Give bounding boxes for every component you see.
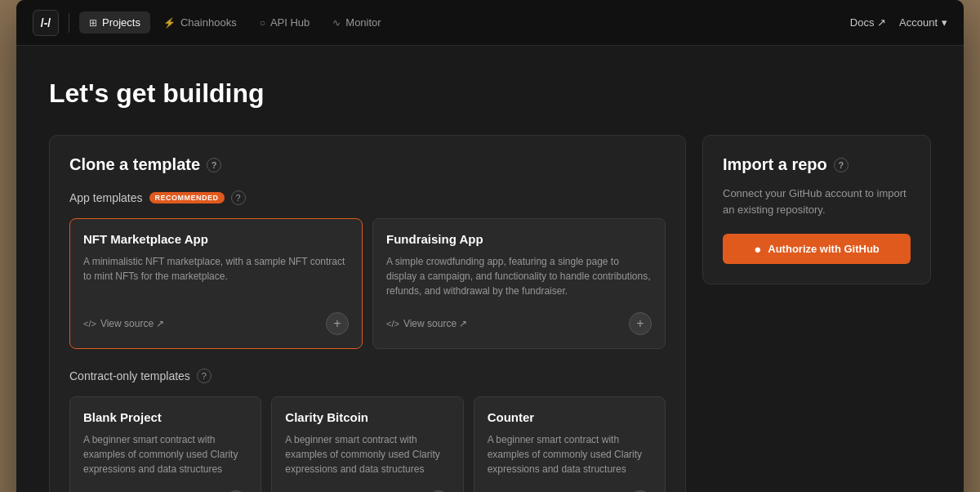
- import-title: Import a repo: [723, 155, 827, 174]
- content-area: Clone a template ? App templates RECOMME…: [49, 135, 931, 492]
- chevron-down-icon: ▾: [942, 16, 947, 29]
- app-templates-grid: NFT Marketplace App A minimalistic NFT m…: [69, 218, 666, 349]
- template-card-title: Fundraising App: [386, 232, 652, 246]
- import-help-icon[interactable]: ?: [834, 158, 849, 172]
- chainhooks-tab-icon: ⚡: [163, 17, 176, 29]
- nav-tabs: ⊞Projects⚡Chainhooks○API Hub∿Monitor: [79, 11, 391, 34]
- import-repo-panel: Import a repo ? Connect your GitHub acco…: [702, 135, 931, 284]
- code-icon: </>: [386, 319, 399, 329]
- view-source-link[interactable]: </> View source ↗: [83, 318, 164, 329]
- app-templates-header: App templates RECOMMENDED ?: [69, 190, 666, 205]
- template-card-title: Blank Project: [83, 410, 247, 424]
- github-icon: ●: [754, 242, 761, 256]
- template-card-fundraising[interactable]: Fundraising App A simple crowdfunding ap…: [372, 218, 666, 349]
- template-card-title: Counter: [488, 410, 652, 424]
- add-template-button[interactable]: +: [326, 312, 349, 335]
- template-card-title: Clarity Bitcoin: [285, 410, 449, 424]
- projects-tab-icon: ⊞: [89, 17, 97, 29]
- code-icon: </>: [83, 319, 96, 329]
- api-hub-tab-label: API Hub: [270, 16, 310, 29]
- clone-help-icon[interactable]: ?: [207, 158, 221, 172]
- github-button-label: Authorize with GitHub: [768, 243, 879, 255]
- card-footer: </> View source ↗ +: [386, 312, 652, 335]
- app-templates-help-icon[interactable]: ?: [231, 190, 246, 205]
- import-description: Connect your GitHub account to import an…: [723, 186, 911, 217]
- view-source-link[interactable]: </> View source ↗: [386, 318, 467, 329]
- account-menu[interactable]: Account ▾: [899, 16, 947, 29]
- import-title-row: Import a repo ?: [723, 155, 911, 174]
- template-card-desc: A simple crowdfunding app, featuring a s…: [386, 254, 652, 301]
- nav-tab-projects[interactable]: ⊞Projects: [79, 11, 150, 34]
- account-label: Account: [899, 16, 938, 29]
- docs-link[interactable]: Docs ↗: [850, 16, 886, 29]
- recommended-badge: RECOMMENDED: [149, 192, 225, 204]
- clone-panel-title-row: Clone a template ?: [69, 155, 666, 174]
- page-title: Let's get building: [49, 78, 931, 109]
- nav-divider: [69, 13, 69, 33]
- nav-right: Docs ↗ Account ▾: [850, 16, 947, 29]
- template-card-desc: A minimalistic NFT marketplace, with a s…: [83, 254, 349, 301]
- app-window: /-/ ⊞Projects⚡Chainhooks○API Hub∿Monitor…: [16, 0, 964, 492]
- navbar: /-/ ⊞Projects⚡Chainhooks○API Hub∿Monitor…: [16, 0, 964, 46]
- projects-tab-label: Projects: [102, 16, 140, 29]
- clone-template-panel: Clone a template ? App templates RECOMME…: [49, 135, 686, 492]
- chainhooks-tab-label: Chainhooks: [180, 16, 237, 29]
- nav-tab-api-hub[interactable]: ○API Hub: [250, 11, 320, 34]
- nav-tab-chainhooks[interactable]: ⚡Chainhooks: [154, 11, 247, 34]
- contract-templates-help-icon[interactable]: ?: [197, 369, 212, 383]
- contract-templates-header: Contract-only templates ?: [69, 369, 666, 383]
- add-template-button[interactable]: +: [629, 312, 652, 335]
- api-hub-tab-icon: ○: [260, 17, 265, 29]
- template-card-desc: A beginner smart contract with examples …: [83, 432, 247, 479]
- monitor-tab-icon: ∿: [332, 17, 341, 29]
- contract-templates-label: Contract-only templates: [69, 369, 190, 382]
- template-card-clarity-bitcoin[interactable]: Clarity Bitcoin A beginner smart contrac…: [271, 396, 463, 492]
- template-card-desc: A beginner smart contract with examples …: [285, 432, 449, 479]
- template-card-counter[interactable]: Counter A beginner smart contract with e…: [474, 396, 666, 492]
- authorize-github-button[interactable]: ● Authorize with GitHub: [723, 234, 911, 264]
- app-logo[interactable]: /-/: [33, 10, 59, 36]
- template-card-nft-marketplace[interactable]: NFT Marketplace App A minimalistic NFT m…: [69, 218, 363, 349]
- template-card-desc: A beginner smart contract with examples …: [488, 432, 652, 479]
- card-footer: </> View source ↗ +: [83, 312, 349, 335]
- app-templates-label: App templates: [69, 191, 143, 204]
- template-card-title: NFT Marketplace App: [83, 232, 349, 246]
- clone-panel-title: Clone a template: [69, 155, 200, 174]
- main-content: Let's get building Clone a template ? Ap…: [16, 46, 964, 492]
- contract-templates-grid: Blank Project A beginner smart contract …: [69, 396, 666, 492]
- monitor-tab-label: Monitor: [345, 16, 381, 29]
- template-card-blank-project[interactable]: Blank Project A beginner smart contract …: [69, 396, 261, 492]
- nav-tab-monitor[interactable]: ∿Monitor: [323, 11, 390, 34]
